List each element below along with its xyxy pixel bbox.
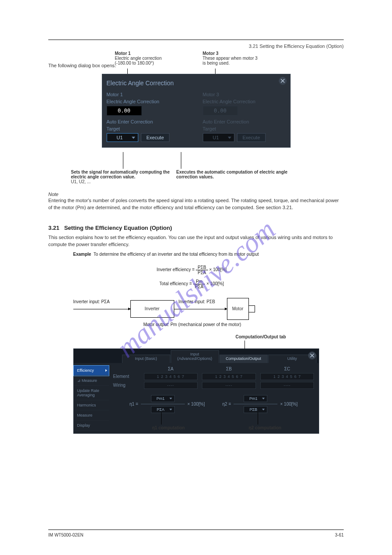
eta2-denominator-select[interactable]: PΣB (244, 406, 267, 413)
motor3-auto2: Target (203, 126, 286, 131)
motor3-execute-button: Execute (237, 133, 266, 142)
inverter-box: Inverter (130, 300, 174, 318)
eta1-denominator-select[interactable]: PΣA (151, 406, 175, 413)
motor1-auto1: Auto Enter Correction (107, 119, 190, 124)
row-wiring-label: Wiring (113, 383, 140, 388)
eta1-tail: × 100[%] (187, 402, 205, 406)
eta1-lhs: η1 = (129, 402, 138, 406)
col-sigma-c: ΣC (260, 366, 314, 371)
callout-eta2: η2 computation (249, 425, 281, 430)
note-heading: Note (48, 192, 344, 197)
motor3-name: Motor 3 (203, 92, 286, 97)
callout-eta1: η1 computation (152, 425, 185, 430)
callout-auto-signal-opts: U1, U2, ... (71, 179, 172, 184)
col-sigma-b: ΣB (202, 366, 256, 371)
section-number: 3.21 (48, 225, 59, 231)
callout-auto-exec: Executes the automatic computation of el… (176, 170, 291, 179)
eta2-tail: × 100[%] (280, 402, 298, 406)
motor3-target-select: U1 (203, 133, 234, 142)
close-icon[interactable] (279, 77, 287, 85)
close-icon[interactable] (308, 352, 316, 359)
motor3-auto1: Auto Enter Correction (203, 119, 286, 124)
motor-box: Motor (227, 298, 249, 320)
motor1-auto2: Target (107, 126, 190, 131)
tab-input-basic[interactable]: Input (Basic) (122, 355, 170, 363)
eta2-lhs: η2 = (223, 402, 231, 406)
callout-motor3-sub: These appear when motor 3 (203, 56, 258, 61)
motor3-correction-value: 0.00 (203, 106, 238, 116)
running-header: 3.21 Setting the Efficiency Equation (Op… (48, 44, 344, 49)
motor1-name: Motor 1 (107, 92, 190, 97)
sidebar-item-update-rate[interactable]: Update Rate Averaging (74, 386, 109, 400)
wiring-a: ---- (144, 382, 198, 389)
element-c: 1 2 3 4 5 6 7 (260, 373, 314, 380)
callout-motor3-note: is being used. (203, 61, 258, 65)
section-intro: This section explains how to set the eff… (48, 234, 344, 248)
motor1-target-select[interactable]: U1 (107, 133, 138, 142)
col-sigma-a: ΣA (144, 366, 198, 371)
sidebar-item-delta-measure[interactable]: ⊿ Measure (74, 376, 109, 386)
wiring-b: ---- (202, 382, 256, 389)
sidebar-item-measure[interactable]: Measure (74, 410, 109, 421)
wiring-c: ---- (260, 382, 314, 389)
eta2-numerator-select[interactable]: Pm1 (244, 395, 267, 402)
callout-motor1-title: Motor 1 (115, 51, 162, 56)
motor1-correction-label: Electric Angle Correction (107, 99, 190, 104)
callout-motor1-note: (-180.00 to 180.00°) (115, 61, 162, 65)
element-b: 1 2 3 4 5 6 7 (202, 373, 256, 380)
note-body: Entering the motor's number of poles con… (48, 197, 344, 211)
tab-input-advanced[interactable]: Input (Advanced/Options) (171, 350, 219, 363)
footer-right: 3-61 (335, 533, 344, 537)
eta1-numerator-select[interactable]: Pm1 (151, 395, 175, 402)
intro-line: The following dialog box opens. (48, 62, 344, 69)
settings-dialog: Input (Basic) Input (Advanced/Options) C… (73, 348, 319, 434)
footer-left: IM WT5000-02EN (48, 533, 83, 537)
efficiency-diagram: Example To determine the efficiency of a… (73, 252, 319, 335)
motor1-execute-button[interactable]: Execute (141, 133, 170, 142)
callout-motor3-title: Motor 3 (203, 51, 258, 56)
section-title: Setting the Efficiency Equation (Option) (64, 225, 172, 231)
callout-motor1-sub: Electric angle correction (115, 56, 162, 61)
dialog1-title: Electric Angle Correction (107, 78, 286, 90)
motor1-correction-value[interactable]: 0.00 (107, 106, 142, 116)
callout-comp-output: Computation/Output tab (236, 334, 286, 339)
callout-auto-signal: Sets the signal for automatically comput… (71, 170, 172, 179)
sidebar-item-display[interactable]: Display (74, 421, 109, 431)
sidebar-item-efficiency[interactable]: Efficiency (74, 366, 109, 376)
sidebar-item-harmonics[interactable]: Harmonics (74, 400, 109, 410)
tab-computation-output[interactable]: Computation/Output (219, 355, 268, 363)
element-a: 1 2 3 4 5 6 7 (144, 373, 198, 380)
row-element-label: Element (113, 374, 140, 379)
motor3-correction-label: Electric Angle Correction (203, 99, 286, 104)
